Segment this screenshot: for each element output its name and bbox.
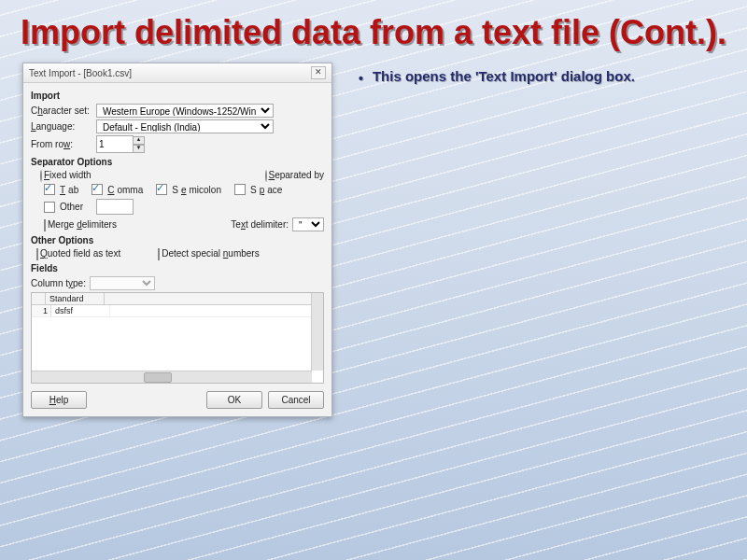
language-select[interactable]: Default - English (India) [96,119,274,133]
bullet-dot-icon: • [359,70,363,89]
charset-row: Character set: Western Europe (Windows-1… [31,104,324,118]
dialog-content: Import Character set: Western Europe (Wi… [23,83,331,416]
detect-numbers-checkbox[interactable]: Detect special numbers [158,248,260,259]
other-checkbox[interactable]: Other [44,199,83,215]
dialog-wrap: Text Import - [Book1.csv] ✕ Import Chara… [22,63,332,417]
from-row-spinner[interactable]: ▲ ▼ [96,135,145,153]
slide-title: Import delimited data from a text file (… [0,0,747,57]
bullet-item: • This opens the 'Text Import' dialog bo… [359,68,725,89]
column-type-label: Column type: [31,278,86,288]
merge-delimiters-checkbox[interactable]: Merge delimiters [44,219,117,231]
separator-checkboxes: Tab Comma Semicolon Space Other [44,184,324,215]
scroll-thumb[interactable] [144,372,172,383]
from-row-row: From row: ▲ ▼ [31,135,324,153]
text-delimiter-label: Text delimiter: [231,219,289,230]
vertical-scrollbar[interactable] [311,293,323,371]
tab-checkbox[interactable]: Tab [44,184,78,195]
charset-select[interactable]: Western Europe (Windows-1252/WinLatin 1) [96,104,274,118]
separator-radio-row: Fixed width Separated by [40,170,324,181]
column-type-select[interactable] [90,276,155,290]
dialog-titlebar: Text Import - [Book1.csv] ✕ [23,63,331,83]
cancel-button[interactable]: Cancel [268,391,324,409]
separated-by-radio[interactable]: Separated by [265,170,325,181]
slide-body: Text Import - [Book1.csv] ✕ Import Chara… [0,57,747,417]
import-section-label: Import [31,91,324,101]
horizontal-scrollbar[interactable] [32,371,312,383]
from-row-input[interactable] [96,135,134,153]
preview-row: 1 dsfsf [32,305,323,317]
fields-preview[interactable]: Standard 1 dsfsf [31,292,324,384]
charset-label: Character set: [31,105,92,116]
comma-checkbox[interactable]: Comma [92,184,143,195]
text-import-dialog: Text Import - [Book1.csv] ✕ Import Chara… [22,63,332,417]
semicolon-checkbox[interactable]: Semicolon [156,184,221,195]
text-delimiter-select[interactable]: " [292,217,324,231]
spin-down-icon[interactable]: ▼ [133,145,145,153]
separator-section-label: Separator Options [31,157,324,167]
row-number: 1 [32,305,51,316]
preview-cell: dsfsf [51,305,110,316]
space-checkbox[interactable]: Space [234,184,282,195]
from-row-label: From row: [31,139,92,149]
bullet-text: This opens the 'Text Import' dialog box. [373,68,635,84]
fields-section-label: Fields [31,263,324,273]
preview-col-header: Standard [46,293,105,304]
language-row: Language: Default - English (India) [31,119,324,133]
fixed-width-radio[interactable]: Fixed width [40,170,92,181]
close-icon[interactable]: ✕ [311,66,326,79]
bullet-column: • This opens the 'Text Import' dialog bo… [359,63,725,417]
help-button[interactable]: Help [31,391,87,409]
language-label: Language: [31,121,92,132]
column-type-row: Column type: [31,276,324,290]
dialog-button-row: Help OK Cancel [31,391,324,409]
quoted-field-checkbox[interactable]: Quoted field as text [36,248,120,259]
spin-up-icon[interactable]: ▲ [133,136,145,145]
dialog-title-text: Text Import - [Book1.csv] [29,68,132,78]
ok-button[interactable]: OK [206,391,262,409]
other-delim-input[interactable] [96,199,134,215]
preview-header-row: Standard [32,293,323,305]
other-options-section-label: Other Options [31,235,324,245]
